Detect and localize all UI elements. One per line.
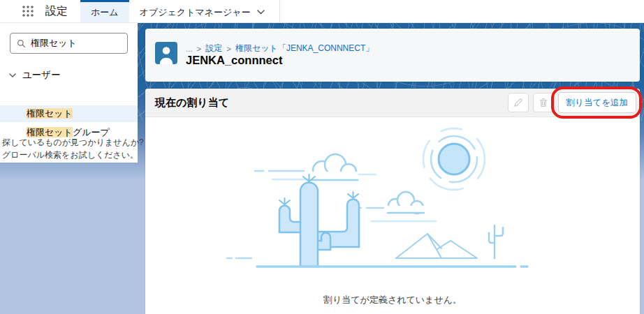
- chevron-down-icon: [257, 10, 265, 15]
- setup-tab-strip: ホーム オブジェクトマネージャー: [80, 0, 280, 22]
- current-assignments-card: 現在の割り当て 割り当てを追加: [145, 89, 640, 314]
- breadcrumb-link-permission-set[interactable]: 権限セット「JENKA_CONNNECT」: [235, 43, 374, 54]
- app-title: 設定: [45, 4, 68, 19]
- sidebar-item-permission-sets[interactable]: 権限セット: [0, 105, 138, 122]
- empty-state-desert-illustration: [196, 126, 545, 283]
- search-match-highlight: 権限セット: [27, 108, 73, 119]
- tab-divider: [279, 0, 280, 22]
- setup-sidebar: ユーザー 権限セット 権限セットグループ 探しているものが見つかりませんか? グ…: [0, 23, 138, 163]
- tab-object-manager[interactable]: オブジェクトマネージャー: [129, 0, 275, 22]
- section-header: 現在の割り当て 割り当てを追加: [145, 89, 640, 117]
- app-bar: 設定 ホーム オブジェクトマネージャー: [0, 0, 644, 23]
- help-line-1: 探しているものが見つかりませんか?: [2, 136, 144, 149]
- sidebar-group-label: ユーザー: [22, 69, 61, 82]
- empty-state-message: 割り当てが定義されていません。: [145, 294, 640, 306]
- section-actions: 割り当てを追加: [508, 92, 636, 113]
- waffle-grid-icon: [22, 5, 34, 17]
- record-header-card: ... > 設定 > 権限セット「JENKA_CONNNECT」 JENKA_c…: [145, 29, 640, 82]
- add-assignments-button[interactable]: 割り当てを追加: [558, 92, 636, 113]
- tab-home[interactable]: ホーム: [80, 0, 129, 22]
- record-title: JENKA_connnect: [186, 54, 282, 67]
- app-launcher-icon[interactable]: [21, 4, 35, 18]
- section-title: 現在の割り当て: [155, 96, 229, 110]
- quick-find-search[interactable]: [10, 33, 128, 54]
- search-input[interactable]: [31, 38, 120, 49]
- search-icon: [17, 39, 26, 48]
- breadcrumb-separator: >: [197, 45, 202, 53]
- add-assignment-wrap: 割り当てを追加: [558, 92, 636, 113]
- delete-button[interactable]: [533, 93, 554, 112]
- edit-button[interactable]: [508, 93, 529, 112]
- breadcrumb-link-setup[interactable]: 設定: [205, 43, 222, 54]
- pencil-icon: [513, 98, 523, 107]
- permission-set-avatar: [155, 42, 177, 64]
- breadcrumb-separator: >: [226, 45, 231, 53]
- breadcrumb-ellipsis: ...: [186, 45, 193, 53]
- help-line-2: グローバル検索をお試しください。: [2, 149, 144, 161]
- breadcrumb: ... > 設定 > 権限セット「JENKA_CONNNECT」: [186, 43, 374, 54]
- tab-object-manager-label: オブジェクトマネージャー: [140, 6, 251, 19]
- chevron-down-icon: [9, 73, 16, 77]
- person-icon: [155, 43, 177, 64]
- sidebar-help-text: 探しているものが見つかりませんか? グローバル検索をお試しください。: [2, 136, 144, 161]
- tab-home-label: ホーム: [91, 6, 119, 19]
- trash-icon: [539, 98, 548, 107]
- salesforce-setup-screen: 設定 ホーム オブジェクトマネージャー: [0, 0, 644, 314]
- sidebar-group-users[interactable]: ユーザー: [9, 69, 61, 82]
